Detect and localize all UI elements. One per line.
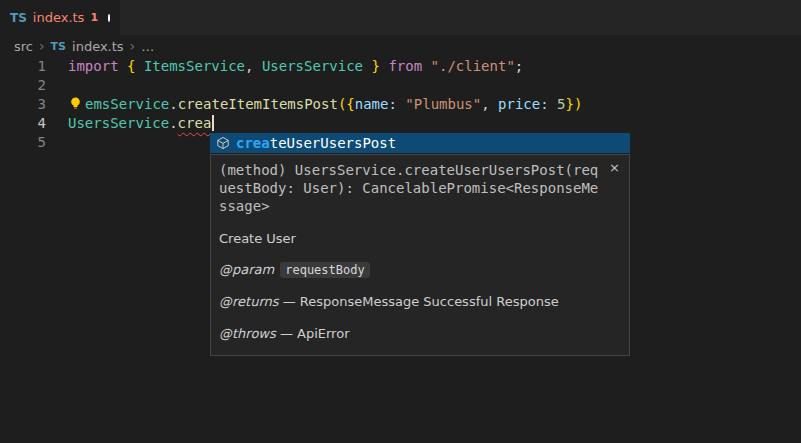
line-number: 5	[0, 133, 46, 152]
breadcrumb-separator-icon: ›	[39, 38, 45, 54]
doc-tag-text: — ResponseMessage Successful Response	[279, 294, 559, 309]
code-token: ;	[515, 58, 523, 74]
tab-index-ts[interactable]: TS index.ts 1	[0, 0, 120, 35]
method-signature: (method) UsersService.createUserUsersPos…	[219, 161, 621, 215]
code-token: ,	[245, 58, 262, 74]
line-number: 3	[0, 95, 46, 114]
code-token: ItemsService	[144, 58, 245, 74]
doc-tags: @paramrequestBody@returns — ResponseMess…	[219, 261, 621, 343]
code-token	[422, 58, 430, 74]
line-number-gutter: 12345	[0, 57, 46, 152]
code-token: from	[388, 58, 422, 74]
breadcrumb: src›TSindex.ts›…	[0, 35, 801, 57]
breadcrumb-item[interactable]: …	[141, 39, 154, 54]
suggestion-item-selected[interactable]: createUserUsersPost	[210, 133, 630, 153]
code-token: import	[68, 58, 119, 74]
breadcrumb-item[interactable]: index.ts	[72, 39, 124, 54]
code-line[interactable]: emsService.createItemItemsPost({name: "P…	[68, 95, 801, 114]
signature-line: (method) UsersService.createUserUsersPos…	[219, 161, 621, 179]
typescript-file-icon: TS	[10, 11, 27, 25]
doc-tag-row: @throws — ApiError	[219, 325, 621, 343]
code-token: .	[169, 96, 177, 112]
line-number: 2	[0, 76, 46, 95]
code-token: }	[372, 58, 380, 74]
jsdoc-tag-label: @throws	[219, 326, 276, 341]
doc-description: Create User	[219, 230, 621, 247]
lightbulb-code-action-icon[interactable]	[68, 96, 85, 111]
code-token: emsService	[85, 96, 169, 112]
code-token	[363, 58, 371, 74]
jsdoc-tag-label: @returns	[219, 294, 279, 309]
jsdoc-tag-label: @param	[219, 262, 274, 277]
code-token: createItemItemsPost	[178, 96, 338, 112]
code-token: "Plumbus"	[405, 96, 481, 112]
line-number: 1	[0, 57, 46, 76]
code-token: 5	[557, 96, 565, 112]
tab-bar: TS index.ts 1	[0, 0, 801, 35]
breadcrumb-item[interactable]: src	[14, 39, 33, 54]
suggestion-label: createUserUsersPost	[236, 135, 396, 151]
code-token: UsersService	[68, 115, 169, 131]
intellisense-popup: createUserUsersPost × (method) UsersServ…	[210, 133, 630, 356]
code-token: name:	[355, 96, 397, 112]
text-cursor	[212, 115, 214, 131]
breadcrumb-separator-icon: ›	[130, 38, 136, 54]
typescript-file-icon: TS	[51, 40, 66, 53]
doc-tag-text: — ApiError	[276, 326, 350, 341]
code-token: UsersService	[262, 58, 363, 74]
code-token	[119, 58, 127, 74]
code-line[interactable]: UsersService.crea	[68, 114, 801, 133]
code-token: ({	[338, 96, 355, 112]
code-token: .	[169, 115, 177, 131]
code-line[interactable]: import { ItemsService, UsersService } fr…	[68, 57, 801, 76]
signature-line: ssage>	[219, 197, 621, 215]
tab-filename: index.ts	[33, 10, 85, 25]
code-token: price:	[498, 96, 549, 112]
doc-tag-row: @returns — ResponseMessage Successful Re…	[219, 293, 621, 311]
signature-line: uestBody: User): CancelablePromise<Respo…	[219, 179, 621, 197]
code-line[interactable]	[68, 76, 801, 95]
close-icon[interactable]: ×	[609, 161, 620, 175]
tab-error-count-badge: 1	[90, 11, 98, 24]
suggestion-match-text: crea	[236, 135, 270, 151]
param-name-chip: requestBody	[280, 262, 369, 278]
line-number: 4	[0, 114, 46, 133]
code-token	[135, 58, 143, 74]
code-token	[549, 96, 557, 112]
doc-tag-row: @paramrequestBody	[219, 261, 621, 279]
unsaved-changes-dot-icon[interactable]	[108, 14, 110, 22]
suggestion-docs-panel: × (method) UsersService.createUserUsersP…	[210, 154, 630, 356]
code-token: ,	[481, 96, 498, 112]
code-token: })	[566, 96, 583, 112]
suggestion-rest-text: teUserUsersPost	[270, 135, 396, 151]
error-token: crea	[178, 115, 212, 131]
code-token: "./client"	[431, 58, 515, 74]
symbol-method-icon	[216, 136, 230, 150]
